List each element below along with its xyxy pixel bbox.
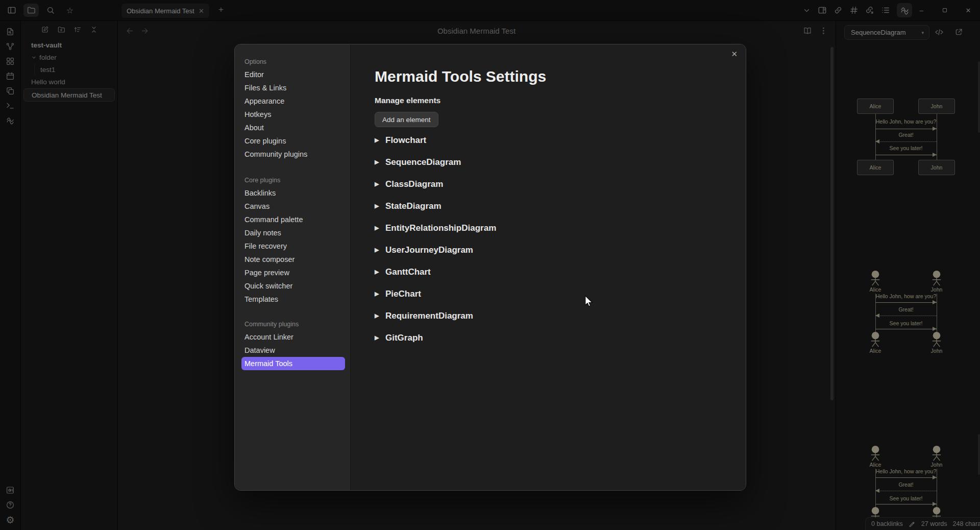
- manage-elements-heading: Manage elements: [375, 95, 746, 106]
- element-label: StateDiagram: [385, 201, 442, 211]
- nav-item-file-recovery[interactable]: File recovery: [235, 239, 350, 253]
- settings-content: ✕ Mermaid Tools Settings Manage elements…: [351, 44, 746, 490]
- collapse-triangle-icon: ▶: [375, 137, 381, 143]
- collapse-triangle-icon: ▶: [375, 159, 381, 165]
- element-row-requirementdiagram[interactable]: ▶RequirementDiagram: [375, 305, 746, 327]
- nav-item-templates[interactable]: Templates: [235, 293, 350, 306]
- nav-item-hotkeys[interactable]: Hotkeys: [235, 108, 350, 121]
- settings-title: Mermaid Tools Settings: [375, 67, 746, 86]
- nav-heading: Options: [235, 56, 350, 68]
- settings-nav: Options Editor Files & Links Appearance …: [235, 44, 351, 490]
- collapse-triangle-icon: ▶: [375, 312, 381, 319]
- element-label: UserJourneyDiagram: [385, 245, 473, 255]
- nav-item-page-preview[interactable]: Page preview: [235, 266, 350, 279]
- nav-item-backlinks[interactable]: Backlinks: [235, 186, 350, 200]
- nav-item-dataview[interactable]: Dataview: [235, 344, 350, 357]
- nav-item-files-links[interactable]: Files & Links: [235, 81, 350, 94]
- element-row-flowchart[interactable]: ▶Flowchart: [375, 129, 746, 151]
- element-row-userjourneydiagram[interactable]: ▶UserJourneyDiagram: [375, 239, 746, 261]
- nav-item-quick-switcher[interactable]: Quick switcher: [235, 279, 350, 293]
- collapse-triangle-icon: ▶: [375, 269, 381, 275]
- collapse-triangle-icon: ▶: [375, 181, 381, 187]
- element-row-piechart[interactable]: ▶PieChart: [375, 283, 746, 305]
- add-element-button[interactable]: Add an element: [375, 112, 438, 127]
- element-label: RequirementDiagram: [385, 311, 473, 321]
- element-row-statediagram[interactable]: ▶StateDiagram: [375, 195, 746, 217]
- nav-heading: Community plugins: [235, 318, 350, 330]
- nav-item-daily-notes[interactable]: Daily notes: [235, 226, 350, 239]
- nav-item-editor[interactable]: Editor: [235, 68, 350, 81]
- element-list: ▶Flowchart ▶SequenceDiagram ▶ClassDiagra…: [375, 129, 746, 349]
- collapse-triangle-icon: ▶: [375, 247, 381, 253]
- modal-close-icon[interactable]: ✕: [731, 50, 738, 59]
- element-label: ClassDiagram: [385, 179, 443, 189]
- nav-item-mermaid-tools[interactable]: Mermaid Tools: [241, 357, 345, 370]
- nav-item-command-palette[interactable]: Command palette: [235, 213, 350, 226]
- collapse-triangle-icon: ▶: [375, 334, 381, 341]
- element-row-gitgraph[interactable]: ▶GitGraph: [375, 327, 746, 349]
- element-row-sequencediagram[interactable]: ▶SequenceDiagram: [375, 151, 746, 173]
- element-label: Flowchart: [385, 135, 426, 146]
- element-label: EntityRelationshipDiagram: [385, 223, 496, 233]
- nav-item-account-linker[interactable]: Account Linker: [235, 330, 350, 344]
- element-label: SequenceDiagram: [385, 157, 461, 167]
- nav-item-core-plugins[interactable]: Core plugins: [235, 134, 350, 148]
- nav-item-community-plugins[interactable]: Community plugins: [235, 148, 350, 161]
- nav-item-note-composer[interactable]: Note composer: [235, 253, 350, 266]
- element-row-ganttchart[interactable]: ▶GanttChart: [375, 261, 746, 283]
- settings-modal: Options Editor Files & Links Appearance …: [234, 44, 746, 491]
- nav-item-canvas[interactable]: Canvas: [235, 200, 350, 213]
- element-label: GanttChart: [385, 267, 431, 277]
- obsidian-window: ☆ Obsidian Mermaid Test ✕ +: [0, 0, 980, 530]
- element-row-classdiagram[interactable]: ▶ClassDiagram: [375, 173, 746, 195]
- collapse-triangle-icon: ▶: [375, 291, 381, 297]
- element-label: PieChart: [385, 289, 421, 299]
- nav-item-about[interactable]: About: [235, 121, 350, 134]
- element-label: GitGraph: [385, 333, 423, 343]
- element-row-entityrelationshipdiagram[interactable]: ▶EntityRelationshipDiagram: [375, 217, 746, 239]
- collapse-triangle-icon: ▶: [375, 225, 381, 231]
- nav-item-appearance[interactable]: Appearance: [235, 94, 350, 108]
- nav-heading: Core plugins: [235, 174, 350, 186]
- collapse-triangle-icon: ▶: [375, 203, 381, 209]
